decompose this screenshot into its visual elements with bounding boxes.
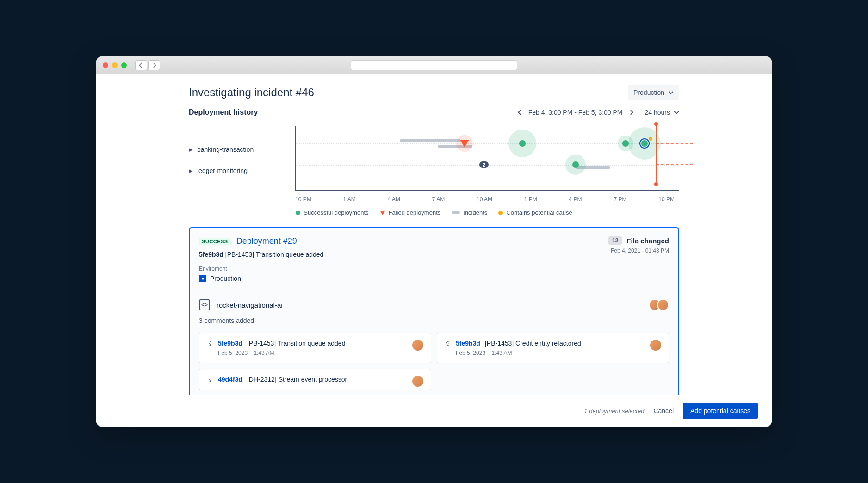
failed-deploy-icon[interactable] [460,140,469,147]
commit-summary: 5fe9b3d [PB-1453] Transition queue added [199,251,669,258]
address-bar[interactable] [351,60,517,70]
deployment-name[interactable]: Deployment #29 [236,236,297,246]
commit-hash: 5fe9b3d [199,251,223,258]
commit-ticket: [PB-1453] [225,251,254,258]
environment-dropdown-label: Production [633,89,664,96]
files-changed[interactable]: 12 File changed [608,236,669,245]
close-window-icon[interactable] [103,62,108,68]
commit-icon: ⧬ [207,340,213,347]
deployment-timestamp: Feb 4, 2021 - 01:43 PM [608,248,669,254]
x-tick: 4 PM [569,196,582,203]
commit-message: Transition queue added [256,251,324,258]
footer: 1 deployment selected Cancel Add potenti… [96,395,772,427]
files-count-badge: 12 [608,236,622,245]
minimize-window-icon[interactable] [112,62,118,68]
files-changed-label: File changed [626,237,669,245]
cluster-badge[interactable]: 2 [479,161,489,168]
incident-marker-cap [654,122,658,126]
traffic-lights [103,62,127,68]
chevron-right-icon[interactable] [628,110,634,115]
titlebar [96,56,772,74]
x-tick: 7 PM [614,196,626,203]
chevron-right-icon: ▶ [189,168,192,174]
x-tick: 4 AM [388,196,400,203]
incident-bar[interactable] [400,139,461,142]
contributor-avatars[interactable] [649,299,669,311]
chevron-down-icon [668,90,674,95]
deployment-timeline-chart: ▶ banking-transaction ▶ ledger-monitorin… [189,126,679,191]
service-label: ledger-monitoring [197,167,248,174]
incident-marker-cap [654,182,658,186]
x-tick: 1 PM [524,196,537,203]
comments-count: 3 comments added [199,317,669,324]
maximize-window-icon[interactable] [121,62,127,68]
avatar [650,340,661,351]
success-deploy-icon[interactable] [641,140,648,147]
commit-card[interactable]: ⧬ 5fe9b3d [PB-1453] Credit entity refact… [437,333,669,363]
commit-date: Feb 5, 2023 – 1:43 AM [218,350,423,356]
environment-value: ▾ Production [199,275,669,282]
repo-name[interactable]: rocket-navigational-ai [217,301,283,309]
x-tick: 10 AM [477,196,492,203]
chevron-right-icon: ▶ [189,147,192,153]
nav-buttons [135,60,160,70]
incident-bar-icon [452,211,460,214]
success-deploy-icon[interactable] [622,140,629,147]
environment-dropdown[interactable]: Production [628,85,679,100]
x-tick: 10 PM [658,196,675,203]
date-range-control: Feb 4, 3:00 PM - Feb 5, 3:00 PM [517,109,634,116]
success-deploy-icon[interactable] [572,161,579,168]
code-icon: <> [199,299,210,310]
failed-triangle-icon [380,211,385,215]
potential-dot-icon [498,211,503,215]
app-window: Investigating incident #46 Production De… [96,56,772,427]
commit-hash-link[interactable]: 49d4f3d [218,376,242,383]
cancel-button[interactable]: Cancel [653,407,674,415]
chevron-down-icon [674,110,679,115]
main-content: Investigating incident #46 Production De… [96,74,772,395]
selection-status: 1 deployment selected [584,408,644,415]
incident-dash [656,143,693,144]
environment-label: Enviroment [199,266,669,272]
status-badge: SUCCESS [199,238,231,245]
avatar [412,340,423,351]
legend-failed: Failed deployments [380,209,441,216]
time-range-dropdown[interactable]: 24 hours [645,109,679,116]
chevron-left-icon[interactable] [517,110,523,115]
x-tick: 10 PM [295,196,311,203]
x-axis: 10 PM 1 AM 4 AM 7 AM 10 AM 1 PM 4 PM 7 P… [295,196,679,203]
service-row-banking[interactable]: ▶ banking-transaction [189,139,295,160]
incident-dash [656,164,693,165]
commit-card[interactable]: ⧬ 5fe9b3d [PB-1453] Transition queue add… [199,333,431,363]
avatar [412,376,423,387]
time-range-label: 24 hours [645,109,670,116]
avatar [657,299,669,311]
legend-success: Successful deployments [296,209,368,216]
commit-hash-link[interactable]: 5fe9b3d [456,340,480,347]
bucket-icon: ▾ [199,275,206,282]
success-dot-icon [296,211,300,215]
forward-button[interactable] [148,60,160,70]
potential-cause-dot [649,137,652,141]
timeline-plot[interactable]: 2 [295,126,679,191]
x-tick: 7 AM [432,196,445,203]
page-title: Investigating incident #46 [189,86,314,99]
chart-legend: Successful deployments Failed deployment… [189,209,679,216]
x-tick: 1 AM [343,196,355,203]
commit-hash-link[interactable]: 5fe9b3d [218,340,242,347]
commit-icon: ⧬ [207,376,213,383]
back-button[interactable] [135,60,147,70]
date-range-text: Feb 4, 3:00 PM - Feb 5, 3:00 PM [528,109,623,116]
success-deploy-icon[interactable] [519,140,526,147]
commit-icon: ⧬ [445,340,451,347]
section-title: Deployment history [189,108,258,117]
add-potential-causes-button[interactable]: Add potential causes [683,402,758,419]
legend-incidents: Incidents [452,209,487,216]
service-label: banking-transaction [197,146,254,153]
deployment-card: SUCCESS Deployment #29 12 File changed F… [189,227,679,395]
commit-card[interactable]: ⧬ 49d4f3d [DH-2312] Stream event process… [199,369,431,390]
legend-potential: Contains potential cause [498,209,572,216]
service-row-ledger[interactable]: ▶ ledger-monitoring [189,160,295,181]
commit-date: Feb 5, 2023 – 1:43 AM [456,350,661,356]
